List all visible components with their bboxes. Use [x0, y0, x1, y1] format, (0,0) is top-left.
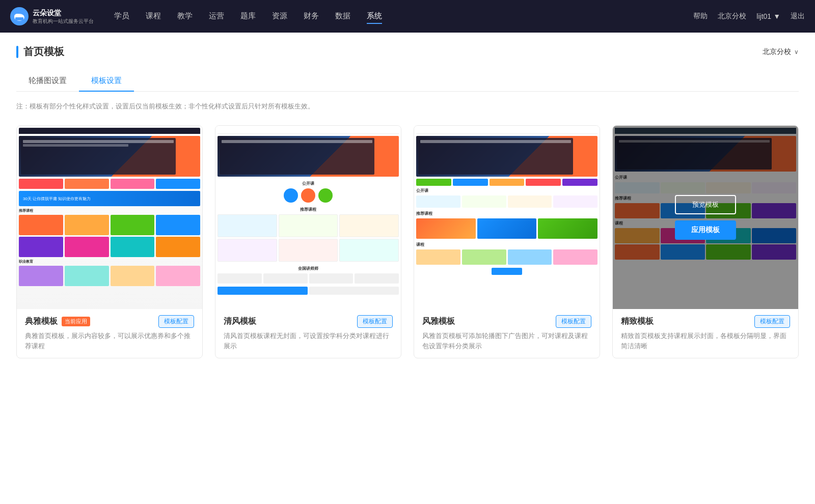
apply-template-button[interactable]: 应用模板	[675, 220, 736, 240]
mini-tag-4	[526, 179, 561, 186]
page-header: 首页模板 北京分校 ∨	[16, 45, 799, 59]
coupon-pink	[111, 179, 155, 189]
section-title-recommend: 推荐课程	[218, 207, 399, 212]
template-preview-fenya: 公开课 推荐课程 课程	[414, 126, 600, 309]
mini-public-courses	[416, 195, 597, 208]
coupon-blue	[156, 179, 200, 189]
config-button-dianya[interactable]: 模板配置	[158, 315, 194, 328]
mini-tag-3	[490, 179, 525, 186]
template-card-jingzhi[interactable]: 公开课 推荐课程 课程	[612, 125, 799, 358]
template-info-fenya: 风雅模板 模板配置 风雅首页模板可添加轮播图下广告图片，可对课程及课程包设置学科…	[414, 309, 600, 358]
mini-course-6	[65, 237, 109, 257]
logo-text: 云朵设堂 教育机构一站式服务云平台	[33, 8, 94, 24]
template-preview-jingzhi: 公开课 推荐课程 课程	[613, 126, 798, 309]
tab-carousel[interactable]: 轮播图设置	[16, 71, 79, 92]
mini-course-3	[111, 215, 155, 235]
teacher-card-1	[218, 273, 262, 284]
nav-item-jiaoxue[interactable]: 教学	[177, 9, 193, 24]
user-dropdown[interactable]: lijt01 ▼	[756, 12, 780, 20]
template-name-row-qingfeng: 清风模板 模板配置	[224, 315, 393, 328]
nav-item-yunying[interactable]: 运营	[209, 9, 224, 24]
mini-teachers-grid	[218, 273, 399, 284]
template-overlay: 预览模板 应用模板	[613, 126, 798, 309]
template-card-fenya[interactable]: 公开课 推荐课程 课程	[414, 125, 600, 358]
template-info-jingzhi: 精致模板 模板配置 精致首页模板支持课程展示封面，各模板分隔明显，界面简洁清晰	[613, 309, 798, 358]
logout-link[interactable]: 退出	[791, 12, 805, 21]
config-button-jingzhi[interactable]: 模板配置	[754, 315, 790, 328]
template-desc-jingzhi: 精致首页模板支持课程展示封面，各模板分隔明显，界面简洁清晰	[621, 331, 790, 351]
page-title-bar	[16, 46, 18, 58]
rec-course-3	[538, 218, 597, 239]
config-button-fenya[interactable]: 模板配置	[556, 315, 591, 328]
rec-course-1	[416, 218, 476, 239]
public-course-4	[553, 195, 597, 208]
coupon-orange	[65, 179, 109, 189]
public-course-1	[416, 195, 460, 208]
page-content: 首页模板 北京分校 ∨ 轮播图设置 模板设置 注：模板有部分个性化样式设置，设置…	[0, 33, 815, 504]
config-button-qingfeng[interactable]: 模板配置	[357, 315, 393, 328]
template-name: 典雅模板	[25, 316, 58, 327]
mini-course-q4	[218, 239, 277, 262]
mini-hero2	[218, 136, 399, 177]
page-title-area: 首页模板	[16, 45, 64, 59]
template-card-dianya[interactable]: 30天 让你摆脱平庸 知识使你更有魅力 推荐课程 职业教育	[16, 125, 203, 358]
all-course-2	[462, 249, 506, 265]
section-title-courses-fenya: 课程	[416, 242, 597, 247]
teacher-card-3	[309, 273, 354, 284]
mini-recommend-courses	[416, 218, 597, 239]
note-text: 注：模板有部分个性化样式设置，设置后仅当前模板生效；非个性化样式设置后只针对所有…	[16, 102, 799, 111]
help-link[interactable]: 帮助	[693, 12, 708, 21]
mini-course-7	[111, 237, 155, 257]
template-name-left-qingfeng: 清风模板	[224, 316, 256, 327]
nav-item-shuju[interactable]: 数据	[335, 9, 350, 24]
mini-btn-1	[218, 287, 308, 295]
template-name-jingzhi: 精致模板	[621, 316, 654, 327]
mini-tag-5	[562, 179, 597, 186]
template-card-qingfeng[interactable]: 公开课 推荐课程 全国讲师师	[215, 125, 401, 358]
username: lijt01	[756, 12, 771, 20]
mini-all-courses	[416, 249, 597, 265]
mini-course-1	[19, 215, 63, 235]
template-name-row-jingzhi: 精致模板 模板配置	[621, 315, 790, 328]
all-course-4	[553, 249, 597, 265]
branch-selector[interactable]: 北京分校 ∨	[763, 47, 799, 57]
mini-section-label2: 职业教育	[19, 259, 200, 264]
nav-item-xueyuan[interactable]: 学员	[114, 9, 129, 24]
template-name-row: 典雅模板 当前应用 模板配置	[25, 315, 194, 328]
public-course-2	[462, 195, 506, 208]
mini-coupons	[19, 179, 200, 189]
nav-item-xitong[interactable]: 系统	[367, 9, 382, 24]
mini-course-q6	[339, 239, 399, 262]
current-badge: 当前应用	[62, 317, 90, 326]
all-course-3	[508, 249, 552, 265]
mini-more	[492, 268, 522, 275]
branch-label[interactable]: 北京分校	[718, 12, 746, 21]
template-desc-fenya: 风雅首页模板可添加轮播图下广告图片，可对课程及课程包设置学科分类展示	[422, 331, 591, 351]
logo-main: 云朵设堂	[33, 8, 94, 17]
teacher-card-4	[355, 273, 399, 284]
template-name-qingfeng: 清风模板	[224, 316, 256, 327]
mini-header	[19, 128, 200, 134]
mini-course-2	[65, 215, 109, 235]
nav-item-caiwu[interactable]: 财务	[304, 9, 319, 24]
tab-template[interactable]: 模板设置	[79, 71, 134, 92]
mini-teachers	[218, 188, 399, 203]
coupon-red	[19, 179, 63, 189]
page-title: 首页模板	[23, 45, 64, 59]
mini-course-q1	[218, 214, 277, 237]
mini-header2	[218, 128, 399, 134]
nav-item-kecheng[interactable]: 课程	[146, 9, 161, 24]
branch-selector-label: 北京分校	[763, 47, 791, 57]
mini-courses	[19, 215, 200, 257]
template-preview-dianya: 30天 让你摆脱平庸 知识使你更有魅力 推荐课程 职业教育	[17, 126, 202, 309]
mini-course-9	[19, 266, 63, 286]
mini-bottom-btns	[218, 287, 399, 295]
mini-tag-2	[453, 179, 488, 186]
preview-template-button[interactable]: 预览模板	[675, 195, 736, 214]
template-desc-qingfeng: 清风首页模板课程无封面，可设置按学科分类对课程进行展示	[224, 331, 393, 351]
mini-tags	[416, 179, 597, 186]
nav-item-tiku[interactable]: 题库	[240, 9, 256, 24]
mini-course-q3	[339, 214, 399, 237]
nav-item-ziyuan[interactable]: 资源	[272, 9, 287, 24]
logo-sub: 教育机构一站式服务云平台	[33, 18, 94, 24]
